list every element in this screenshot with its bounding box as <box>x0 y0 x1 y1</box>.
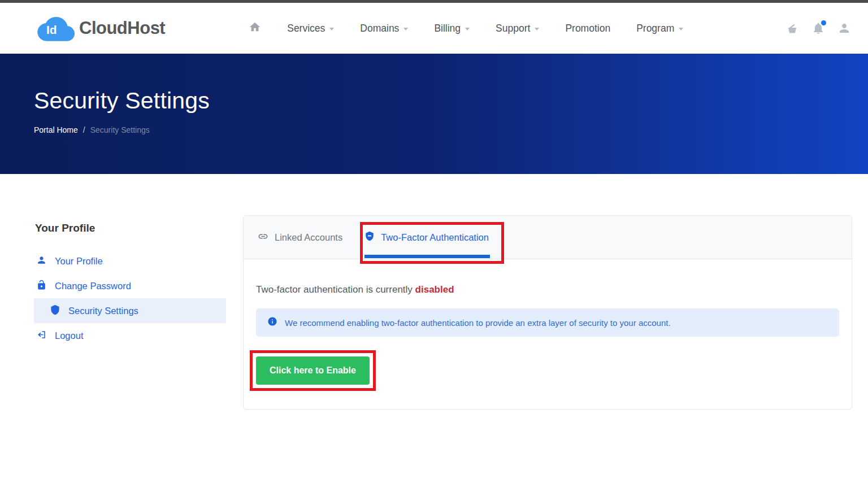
tab-label: Linked Accounts <box>275 232 342 243</box>
tab-linked-accounts[interactable]: Linked Accounts <box>258 216 342 259</box>
navbar-icons <box>785 21 857 35</box>
nav-item-services[interactable]: Services <box>287 23 334 34</box>
nav-label: Program <box>636 23 674 34</box>
link-icon <box>258 231 268 244</box>
shield-icon <box>364 231 375 243</box>
security-settings-card: Linked Accounts Two-Factor Authenticatio… <box>243 215 852 410</box>
notification-dot <box>821 20 826 25</box>
status-value: disabled <box>415 284 454 295</box>
brand-badge: Id <box>46 23 57 37</box>
nav-item-domains[interactable]: Domains <box>360 23 408 34</box>
chevron-down-icon <box>329 28 334 31</box>
active-tab-underline <box>364 255 490 258</box>
home-icon <box>249 21 261 36</box>
nav-label: Promotion <box>565 23 610 34</box>
tab-two-factor-authentication[interactable]: Two-Factor Authentication <box>364 216 489 259</box>
tab-label: Two-Factor Authentication <box>381 232 489 243</box>
nav-item-support[interactable]: Support <box>496 23 539 34</box>
tab-bar: Linked Accounts Two-Factor Authenticatio… <box>244 216 852 259</box>
logout-icon <box>36 329 47 342</box>
info-alert: We recommend enabling two-factor authent… <box>256 308 839 337</box>
sidebar-item-security-settings[interactable]: Security Settings <box>34 298 226 323</box>
breadcrumb-current: Security Settings <box>90 125 150 134</box>
breadcrumb: Portal Home / Security Settings <box>34 125 868 134</box>
info-icon <box>267 316 277 329</box>
notifications-icon[interactable] <box>811 21 825 35</box>
chevron-down-icon <box>679 28 683 31</box>
main-nav: Services Domains Billing Support Promoti… <box>249 21 683 36</box>
shield-icon <box>50 304 60 317</box>
chevron-down-icon <box>403 28 408 31</box>
nav-label: Domains <box>360 23 399 34</box>
sidebar-item-label: Change Password <box>55 281 131 291</box>
sidebar-item-change-password[interactable]: Change Password <box>34 273 226 298</box>
brand-name: CloudHost <box>79 18 165 38</box>
sidebar-item-label: Security Settings <box>68 306 138 316</box>
enable-two-factor-button[interactable]: Click here to Enable <box>256 356 370 385</box>
chevron-down-icon <box>465 28 470 31</box>
cart-icon[interactable] <box>785 21 799 35</box>
nav-label: Support <box>496 23 530 34</box>
page-header-banner: Security Settings Portal Home / Security… <box>0 54 868 174</box>
nav-item-billing[interactable]: Billing <box>434 23 470 34</box>
nav-home[interactable] <box>249 21 261 36</box>
content-area: Your Profile Your Profile Change Passwor… <box>0 174 868 410</box>
sidebar-item-label: Your Profile <box>55 256 103 267</box>
annotation-box-button: Click here to Enable <box>250 350 376 391</box>
nav-item-program[interactable]: Program <box>636 23 683 34</box>
cloud-logo-icon: Id <box>34 14 76 43</box>
profile-sidebar: Your Profile Your Profile Change Passwor… <box>34 215 226 410</box>
nav-label: Services <box>287 23 325 34</box>
two-factor-status-text: Two-factor authentication is currently d… <box>256 284 839 295</box>
sidebar-item-your-profile[interactable]: Your Profile <box>34 249 226 273</box>
info-alert-text: We recommend enabling two-factor authent… <box>285 318 671 328</box>
user-icon[interactable] <box>837 21 851 35</box>
person-icon <box>36 255 47 268</box>
breadcrumb-separator: / <box>83 125 85 134</box>
page-title: Security Settings <box>34 88 868 114</box>
chevron-down-icon <box>535 28 539 31</box>
sidebar-item-label: Logout <box>55 330 83 341</box>
sidebar-heading: Your Profile <box>35 222 226 234</box>
lock-icon <box>36 280 47 293</box>
brand-logo[interactable]: Id CloudHost <box>34 14 165 43</box>
breadcrumb-portal-home[interactable]: Portal Home <box>34 125 78 134</box>
navbar: Id CloudHost Services Domains Billing Su… <box>0 3 868 54</box>
nav-label: Billing <box>434 23 461 34</box>
nav-item-promotion[interactable]: Promotion <box>565 23 610 34</box>
status-prefix: Two-factor authentication is currently <box>256 284 413 295</box>
tab-panel-two-factor: Two-factor authentication is currently d… <box>244 259 852 405</box>
sidebar-item-logout[interactable]: Logout <box>34 323 226 348</box>
